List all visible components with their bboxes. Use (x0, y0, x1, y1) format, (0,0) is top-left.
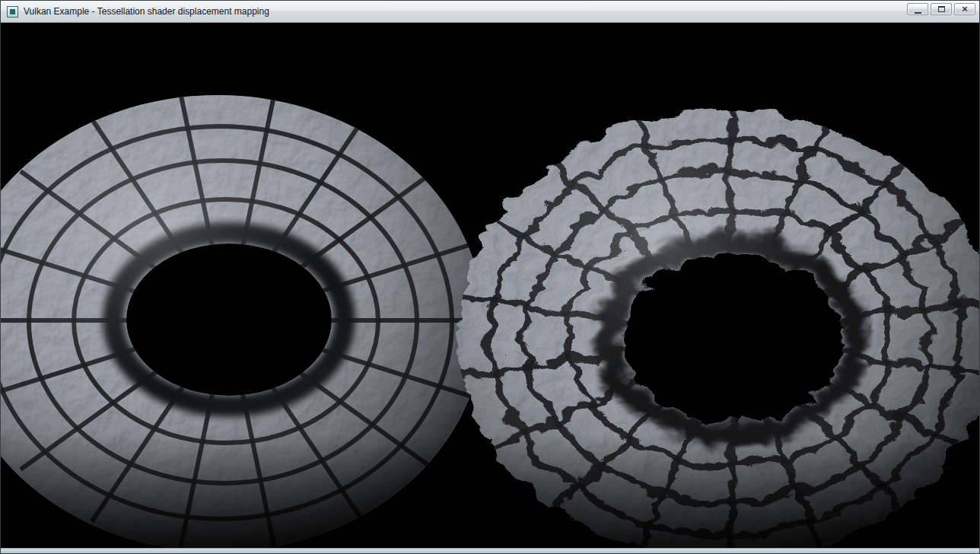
window-title: Vulkan Example - Tessellation shader dis… (24, 6, 269, 17)
close-button[interactable]: × (954, 3, 975, 15)
app-window: Vulkan Example - Tessellation shader dis… (0, 0, 980, 554)
maximize-button[interactable] (931, 3, 952, 15)
minimize-icon (915, 5, 921, 14)
render-viewport[interactable] (1, 23, 979, 548)
vulkan-app-icon (7, 6, 18, 18)
minimize-button[interactable] (907, 3, 928, 15)
maximize-icon (938, 6, 945, 12)
window-bottom-frame (1, 548, 979, 553)
vulkan-render-scene (1, 23, 979, 548)
close-icon: × (962, 4, 968, 14)
window-controls: × (907, 1, 975, 15)
scene-bottom-fade (1, 434, 979, 548)
titlebar[interactable]: Vulkan Example - Tessellation shader dis… (1, 1, 979, 23)
app-icon-glyph (10, 9, 15, 14)
